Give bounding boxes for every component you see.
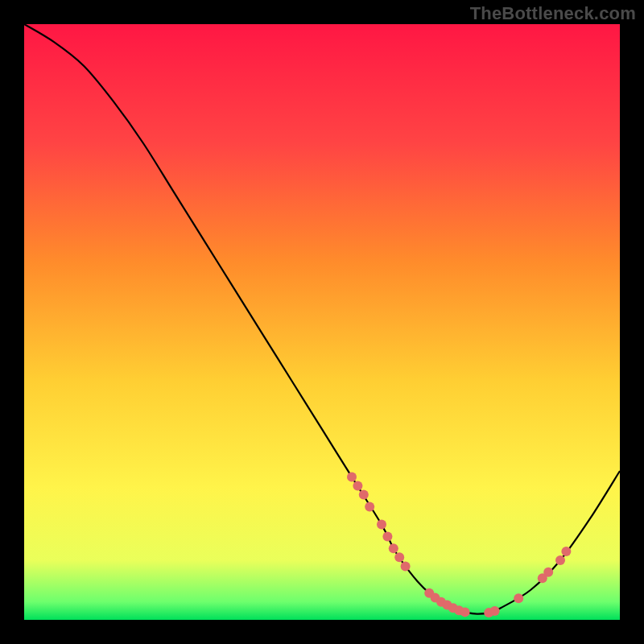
data-point <box>377 520 386 530</box>
data-point <box>347 472 357 481</box>
gradient-background <box>24 24 620 620</box>
data-point <box>382 531 392 541</box>
bottleneck-curve-chart <box>24 24 620 620</box>
plot-area <box>24 24 620 620</box>
data-point <box>561 547 571 556</box>
data-point <box>555 555 565 565</box>
chart-container: TheBottleneck.com <box>0 0 644 644</box>
data-point <box>460 607 470 617</box>
data-point <box>389 543 398 553</box>
watermark-label: TheBottleneck.com <box>470 3 636 24</box>
data-point <box>543 568 553 577</box>
data-point <box>365 502 374 511</box>
data-point <box>394 552 404 562</box>
data-point <box>353 481 362 491</box>
data-point <box>401 561 411 571</box>
data-point <box>490 606 500 616</box>
data-point <box>359 490 369 500</box>
data-point <box>514 593 523 603</box>
